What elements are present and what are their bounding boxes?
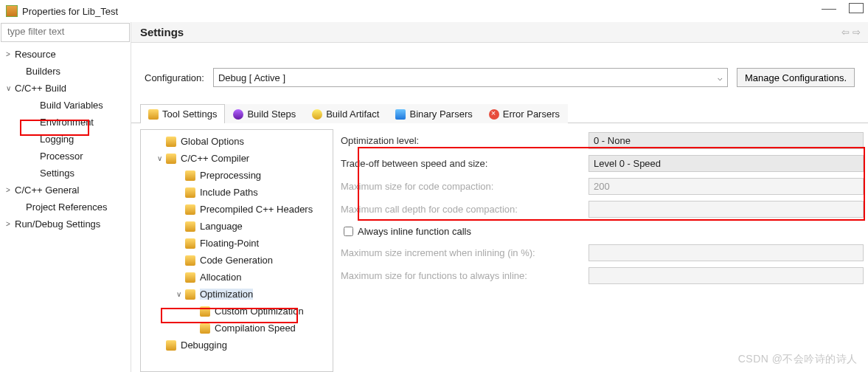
tool-item-optimization[interactable]: Optimization	[141, 286, 333, 303]
manage-config-button[interactable]: Manage Configurations.	[737, 68, 855, 87]
tool-item-compilation-speed[interactable]: Compilation Speed	[141, 320, 333, 337]
nav-item-label: Builders	[26, 66, 60, 77]
nav-item-logging[interactable]: Logging	[0, 131, 131, 148]
tool-icon	[185, 272, 195, 283]
tool-item-label: Include Paths	[200, 187, 258, 198]
page-title: Settings	[140, 26, 184, 38]
tool-item-allocation[interactable]: Allocation	[141, 269, 333, 286]
nav-item-run-debug-settings[interactable]: Run/Debug Settings	[0, 216, 131, 232]
form-label: Maximum call depth for code compaction:	[341, 204, 584, 215]
tab-build-artifact[interactable]: Build Artifact	[304, 104, 387, 123]
chevron-icon	[157, 154, 164, 162]
window-controls	[819, 1, 862, 12]
form-label: Trade-off between speed and size:	[341, 158, 584, 169]
tool-item-include-paths[interactable]: Include Paths	[141, 184, 333, 201]
config-combo[interactable]: Debug [ Active ]	[213, 68, 728, 87]
tool-item-label: Precompiled C++ Headers	[200, 204, 313, 215]
tab-binary-parsers[interactable]: Binary Parsers	[387, 104, 480, 123]
err-icon	[489, 109, 499, 120]
nav-item-label: Settings	[40, 168, 74, 179]
nav-item-build-variables[interactable]: Build Variables	[0, 97, 131, 114]
inline-checkbox[interactable]	[344, 227, 353, 236]
chevron-icon	[6, 50, 13, 58]
tool-item-label: Compilation Speed	[215, 323, 296, 334]
tool-item-language[interactable]: Language	[141, 218, 333, 235]
tab-strip: Tool SettingsBuild StepsBuild ArtifactBi…	[131, 103, 868, 123]
form-combo[interactable]: 0 - None	[588, 132, 864, 149]
form-label: Maximum size increment when inlining (in…	[341, 247, 584, 258]
nav-item-processor[interactable]: Processor	[0, 148, 131, 165]
nav-item-label: Logging	[40, 134, 74, 145]
tool-item-code-generation[interactable]: Code Generation	[141, 252, 333, 269]
tool-item-custom-optimization[interactable]: Custom Optimization	[141, 303, 333, 320]
form-row: Maximum size for functions to always inl…	[341, 264, 868, 287]
config-label: Configuration:	[145, 72, 204, 83]
nav-item-label: C/C++ General	[15, 185, 79, 196]
tool-item-label: Custom Optimization	[215, 306, 304, 317]
tool-item-label: Global Options	[181, 136, 244, 147]
tool-item-precompiled-c-headers[interactable]: Precompiled C++ Headers	[141, 201, 333, 218]
tool-icon	[185, 187, 195, 198]
nav-item-builders[interactable]: Builders	[0, 63, 131, 80]
nav-tree: ResourceBuildersC/C++ BuildBuild Variabl…	[0, 43, 131, 235]
tool-item-preprocessing[interactable]: Preprocessing	[141, 167, 333, 184]
form-label: Optimization level:	[341, 135, 584, 146]
nav-item-environment[interactable]: Environment	[0, 114, 131, 131]
form-row: Trade-off between speed and size:Level 0…	[341, 152, 868, 175]
bulb-icon	[312, 109, 322, 120]
form-row: Maximum size for code compaction:200	[341, 175, 868, 198]
filter-input[interactable]	[6, 25, 125, 38]
maximize-button[interactable]	[847, 1, 862, 12]
chevron-icon	[6, 186, 13, 194]
tab-tool-settings[interactable]: Tool Settings	[140, 104, 225, 123]
tool-icon	[166, 154, 176, 164]
tool-item-floating-point[interactable]: Floating-Point	[141, 235, 333, 252]
nav-item-settings[interactable]: Settings	[0, 165, 131, 182]
nav-item-label: Project References	[26, 202, 108, 213]
form-label: Maximum size for code compaction:	[341, 181, 584, 192]
minimize-button[interactable]	[819, 1, 834, 12]
content-header: Settings ⇦ ⇨	[131, 22, 868, 43]
nav-item-c-c-general[interactable]: C/C++ General	[0, 182, 131, 199]
configuration-row: Configuration: Debug [ Active ] Manage C…	[131, 43, 868, 103]
form-text	[588, 244, 864, 261]
settings-form: Optimization level:0 - NoneTrade-off bet…	[333, 129, 868, 372]
nav-item-project-references[interactable]: Project References	[0, 199, 131, 216]
tool-item-debugging[interactable]: Debugging	[141, 337, 333, 354]
tool-item-c-c-compiler[interactable]: C/C++ Compiler	[141, 150, 333, 167]
tab-label: Build Steps	[247, 108, 296, 120]
form-row-checkbox: Always inline function calls	[341, 221, 868, 241]
watermark: CSDN @不会吟诗的诗人	[738, 353, 858, 366]
tool-icon	[185, 204, 195, 215]
nav-item-label: Resource	[15, 49, 56, 60]
window-title-text: Properties for Lib_Test	[22, 6, 118, 17]
tool-item-label: Floating-Point	[200, 238, 259, 249]
chevron-icon	[6, 84, 13, 92]
tool-icon	[166, 340, 176, 351]
tool-item-label: Optimization	[200, 289, 253, 300]
form-text: 200	[588, 178, 864, 195]
tool-icon	[185, 289, 195, 300]
tab-build-steps[interactable]: Build Steps	[225, 104, 304, 123]
filter-box[interactable]	[1, 23, 130, 42]
tab-error-parsers[interactable]: Error Parsers	[481, 104, 568, 123]
back-icon[interactable]: ⇦	[841, 27, 850, 38]
tool-tree: Global OptionsC/C++ CompilerPreprocessin…	[140, 129, 333, 372]
tool-icon	[166, 137, 176, 147]
nav-item-label: C/C++ Build	[15, 83, 66, 94]
nav-item-resource[interactable]: Resource	[0, 46, 131, 63]
bin-icon	[395, 109, 406, 120]
form-combo[interactable]: Level 0 - Speed	[588, 155, 864, 172]
tool-icon	[185, 255, 195, 266]
tool-item-label: Allocation	[200, 272, 241, 283]
fwd-icon[interactable]: ⇨	[853, 27, 861, 38]
tool-item-global-options[interactable]: Global Options	[141, 133, 333, 150]
nav-item-c-c-build[interactable]: C/C++ Build	[0, 80, 131, 97]
nav-item-label: Processor	[40, 151, 83, 162]
tab-label: Tool Settings	[162, 108, 217, 120]
nav-item-label: Environment	[40, 117, 94, 128]
tool-item-label: C/C++ Compiler	[181, 153, 249, 164]
form-row: Maximum size increment when inlining (in…	[341, 241, 868, 264]
checkbox-label: Always inline function calls	[358, 226, 471, 237]
tool-item-label: Preprocessing	[200, 170, 261, 181]
